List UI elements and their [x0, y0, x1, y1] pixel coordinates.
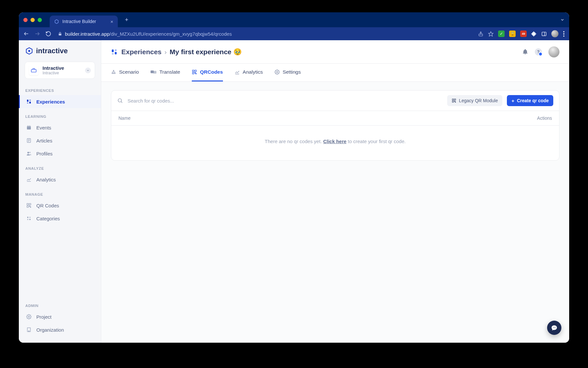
browser-window: Intractive Builder × + builder.intra: [19, 12, 569, 343]
table-header: Name Actions: [111, 111, 559, 126]
search-icon: [117, 98, 123, 104]
extensions-menu-icon[interactable]: [531, 31, 537, 37]
empty-state: There are no qr codes yet. Click here to…: [111, 126, 559, 160]
user-avatar[interactable]: [548, 46, 559, 57]
svg-rect-58: [192, 72, 194, 74]
browser-menu-icon[interactable]: [563, 31, 565, 37]
gear-icon: [26, 314, 32, 319]
org-icon: [29, 66, 39, 75]
svg-rect-48: [115, 52, 117, 55]
org-switcher[interactable]: Intractive Intractive: [25, 62, 95, 79]
tab-scenario[interactable]: Scenario: [111, 64, 139, 81]
svg-rect-28: [27, 203, 29, 205]
sidebar-item-qr-codes[interactable]: QR Codes: [19, 199, 101, 212]
svg-point-27: [29, 152, 31, 153]
breadcrumb-root[interactable]: Experiences: [121, 48, 162, 56]
expand-tabs-button[interactable]: [560, 18, 565, 22]
tab-label: Settings: [283, 69, 301, 75]
svg-point-26: [27, 152, 29, 153]
extension-icon[interactable]: 49: [520, 31, 527, 37]
svg-rect-16: [29, 102, 31, 104]
empty-text-pre: There are no qr codes yet.: [265, 139, 323, 144]
legacy-qr-module-button[interactable]: Legacy QR Module: [447, 95, 502, 106]
bookmark-icon[interactable]: [488, 31, 494, 37]
tab-label: Analytics: [243, 69, 263, 75]
qr-icon: [452, 98, 456, 103]
url-field[interactable]: builder.intractive.app/div_MZXu2UfU/expe…: [56, 29, 473, 39]
svg-point-33: [27, 217, 29, 218]
svg-rect-21: [30, 126, 30, 127]
sidebar-item-analytics[interactable]: Analytics: [19, 173, 101, 186]
svg-rect-31: [29, 206, 30, 207]
svg-rect-68: [455, 102, 456, 103]
svg-rect-60: [196, 73, 196, 74]
extension-icon[interactable]: 🔒: [509, 31, 516, 37]
svg-rect-55: [153, 71, 156, 74]
svg-marker-0: [55, 19, 58, 24]
new-tab-button[interactable]: +: [122, 17, 131, 23]
empty-text-post: to create your first qr code.: [347, 139, 406, 144]
tab-qrcodes[interactable]: QRCodes: [192, 64, 223, 81]
svg-rect-46: [112, 49, 114, 52]
share-icon[interactable]: [478, 31, 484, 37]
search-input[interactable]: [127, 98, 250, 104]
app-logo[interactable]: intractive: [19, 40, 101, 60]
sidebar-item-project[interactable]: Project: [19, 310, 101, 323]
svg-point-37: [28, 316, 30, 317]
window-zoom-button[interactable]: [38, 18, 42, 22]
svg-marker-5: [488, 31, 493, 36]
gear-icon: [275, 69, 280, 75]
tab-translate[interactable]: Translate: [151, 64, 180, 81]
sidebar-item-categories[interactable]: Categories: [19, 212, 101, 225]
tab-analytics[interactable]: Analytics: [235, 64, 263, 81]
sidebar-item-organization[interactable]: Organization: [19, 323, 101, 336]
tree-icon: [111, 69, 116, 75]
sidebar-item-profiles[interactable]: Profiles: [19, 147, 101, 160]
logo-icon: [25, 47, 33, 55]
create-qr-code-button[interactable]: + Create qr code: [507, 95, 553, 106]
nav-section-title: LEARNING: [19, 108, 101, 121]
notifications-button[interactable]: [522, 49, 528, 55]
svg-rect-29: [29, 203, 31, 205]
sidebar-item-label: QR Codes: [36, 203, 59, 208]
svg-rect-30: [27, 206, 29, 208]
sidebar-item-label: Categories: [36, 216, 60, 221]
forward-button[interactable]: [34, 31, 40, 37]
sidebar-item-events[interactable]: Events: [19, 121, 101, 134]
tab-label: Scenario: [119, 69, 139, 75]
browser-tab-strip: Intractive Builder × +: [19, 12, 569, 27]
tab-settings[interactable]: Settings: [275, 64, 301, 81]
empty-create-link[interactable]: Click here: [323, 139, 347, 144]
sidebar-item-articles[interactable]: Articles: [19, 134, 101, 147]
tab-label: Translate: [159, 69, 180, 75]
sidebar-item-label: Project: [36, 314, 52, 320]
svg-rect-65: [455, 99, 456, 100]
window-close-button[interactable]: [23, 18, 28, 22]
side-panel-icon[interactable]: [541, 31, 547, 37]
svg-rect-45: [29, 331, 29, 332]
svg-point-70: [554, 327, 555, 328]
profile-avatar[interactable]: [551, 30, 558, 37]
back-button[interactable]: [23, 31, 29, 37]
chat-fab[interactable]: [547, 321, 561, 335]
svg-rect-13: [31, 69, 36, 72]
main-area: Experiences › My first experience 🥹 ? Sc…: [101, 40, 569, 343]
svg-point-61: [276, 71, 278, 73]
browser-tab-active[interactable]: Intractive Builder ×: [50, 16, 118, 27]
svg-point-52: [113, 73, 114, 74]
extension-icon[interactable]: ✓: [498, 31, 505, 37]
svg-point-51: [112, 73, 113, 74]
svg-point-10: [563, 35, 565, 37]
lock-icon: [58, 31, 62, 36]
svg-point-12: [28, 50, 30, 52]
window-minimize-button[interactable]: [31, 18, 35, 22]
help-button[interactable]: ?: [535, 48, 542, 55]
sidebar-item-experiences[interactable]: Experiences: [19, 95, 101, 108]
categories-icon: [26, 216, 32, 221]
qr-icon: [192, 69, 197, 75]
url-host: builder.intractive.app: [65, 31, 110, 37]
browser-address-bar: builder.intractive.app/div_MZXu2UfU/expe…: [19, 27, 569, 40]
close-icon[interactable]: ×: [110, 19, 113, 24]
favicon: [54, 19, 59, 24]
reload-button[interactable]: [45, 31, 51, 37]
